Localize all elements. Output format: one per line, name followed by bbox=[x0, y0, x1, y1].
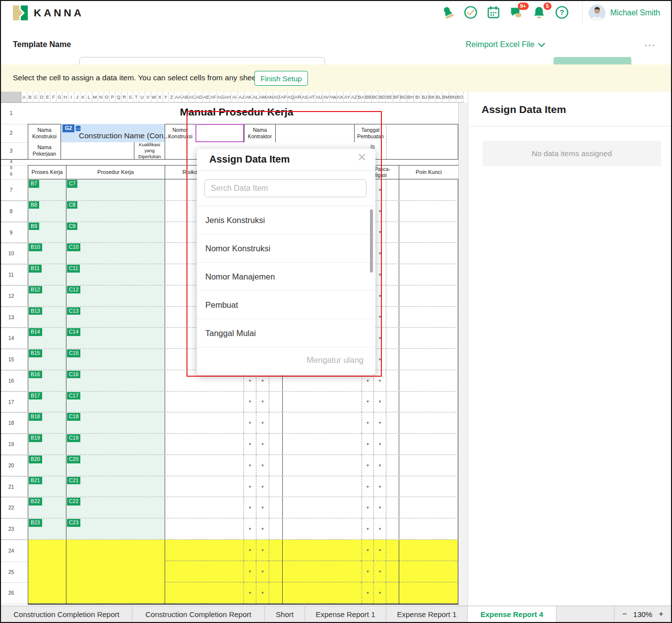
sheet-cell[interactable] bbox=[165, 412, 244, 433]
sheet-cell[interactable]: B23 bbox=[28, 518, 66, 539]
sheet-cell[interactable] bbox=[165, 540, 244, 561]
scrollbar-thumb[interactable] bbox=[370, 209, 373, 273]
column-header-BC[interactable]: BC bbox=[372, 92, 379, 103]
sheet-cell[interactable] bbox=[282, 582, 362, 604]
dropdown-arrow-icon[interactable]: ▼ bbox=[256, 442, 269, 446]
sheet-cell[interactable]: ▼ bbox=[244, 476, 256, 497]
sheet-cell[interactable]: C16 bbox=[66, 370, 165, 391]
sheet-cell[interactable]: B7 bbox=[28, 179, 66, 200]
column-header-A[interactable]: A bbox=[21, 92, 27, 103]
dropdown-arrow-icon[interactable]: ▼ bbox=[362, 442, 373, 446]
sheet-cell[interactable]: ▼ bbox=[373, 497, 386, 518]
column-header-B[interactable]: B bbox=[27, 92, 33, 103]
column-header-M[interactable]: M bbox=[92, 92, 98, 103]
column-header-BI[interactable]: BI bbox=[414, 92, 421, 103]
dropdown-arrow-icon[interactable]: ▼ bbox=[374, 506, 386, 510]
dropdown-arrow-icon[interactable]: ▼ bbox=[244, 527, 256, 531]
sheet-cell[interactable] bbox=[399, 455, 458, 476]
sheet-cell[interactable] bbox=[386, 142, 458, 159]
dropdown-arrow-icon[interactable]: ▼ bbox=[374, 378, 386, 383]
dropdown-arrow-icon[interactable]: ▼ bbox=[374, 187, 386, 192]
sheet-cell[interactable] bbox=[386, 124, 458, 142]
sheet-cell[interactable] bbox=[269, 497, 282, 518]
sheet-cell[interactable] bbox=[282, 476, 362, 497]
sheet-cell[interactable]: ▼ bbox=[373, 561, 386, 582]
column-header-AE[interactable]: AE bbox=[203, 92, 210, 103]
dropdown-arrow-icon[interactable]: ▼ bbox=[244, 442, 256, 446]
sheet-cell[interactable]: B11 bbox=[28, 264, 66, 285]
column-header-AP[interactable]: AP bbox=[280, 92, 287, 103]
sheet-cell[interactable] bbox=[386, 243, 399, 264]
user-menu[interactable]: Michael Smith bbox=[589, 4, 660, 21]
dropdown-arrow-icon[interactable]: ▼ bbox=[362, 591, 373, 595]
dropdown-arrow-icon[interactable]: ▼ bbox=[374, 399, 386, 404]
dropdown-arrow-icon[interactable]: ▼ bbox=[374, 421, 386, 425]
sheet-cell[interactable]: C17 bbox=[66, 392, 165, 412]
sheet-cell[interactable] bbox=[399, 412, 458, 433]
sheet-cell[interactable]: ▼ bbox=[362, 540, 373, 561]
dropdown-arrow-icon[interactable]: ▼ bbox=[256, 399, 269, 404]
sheet-cell[interactable] bbox=[282, 434, 362, 454]
dropdown-arrow-icon[interactable]: ▼ bbox=[374, 293, 386, 298]
sheet-cell[interactable]: B19 bbox=[28, 434, 66, 454]
column-header-N[interactable]: N bbox=[98, 92, 104, 103]
dropdown-arrow-icon[interactable]: ▼ bbox=[244, 463, 256, 467]
sheet-cell[interactable] bbox=[386, 328, 399, 348]
column-header-C[interactable]: C bbox=[33, 92, 39, 103]
row-header-6[interactable]: 6 bbox=[1, 170, 21, 178]
sheet-cell[interactable]: ▼ bbox=[373, 540, 386, 561]
sheet-cell[interactable] bbox=[61, 142, 134, 159]
sheet-cell[interactable] bbox=[399, 518, 458, 539]
sheet-cell[interactable] bbox=[386, 518, 399, 539]
sheet-cell[interactable]: B17 bbox=[28, 392, 66, 412]
column-header-U[interactable]: U bbox=[139, 92, 145, 103]
help-icon[interactable]: ? bbox=[554, 5, 569, 20]
column-header-AL[interactable]: AL bbox=[252, 92, 259, 103]
column-header-S[interactable]: S bbox=[127, 92, 133, 103]
dropdown-arrow-icon[interactable]: ▼ bbox=[374, 230, 386, 234]
sheet-cell[interactable]: ▼ bbox=[256, 518, 269, 539]
check-circle-icon[interactable] bbox=[463, 5, 478, 20]
sheet-cell[interactable]: Nama Pekerjaan bbox=[28, 142, 61, 159]
sheet-cell[interactable]: ▼ bbox=[256, 561, 269, 582]
dropdown-arrow-icon[interactable]: ▼ bbox=[362, 569, 373, 574]
sheet-cell[interactable] bbox=[269, 412, 282, 433]
dropdown-arrow-icon[interactable]: ▼ bbox=[374, 463, 386, 467]
sheet-tab-5[interactable]: Expense Report 1 bbox=[386, 606, 468, 622]
sheet-cell[interactable] bbox=[282, 518, 362, 539]
column-header-AT[interactable]: AT bbox=[308, 92, 315, 103]
sheet-cell[interactable]: C8 bbox=[66, 201, 165, 222]
sheet-cell[interactable]: ▼ bbox=[244, 561, 256, 582]
dropdown-arrow-icon[interactable]: ▼ bbox=[256, 591, 269, 595]
sheet-cell[interactable] bbox=[386, 392, 399, 412]
sheet-cell[interactable] bbox=[399, 434, 458, 454]
sheet-cell[interactable] bbox=[399, 476, 458, 497]
sheet-cell[interactable] bbox=[386, 370, 399, 391]
column-header-AR[interactable]: AR bbox=[295, 92, 302, 103]
sheet-cell[interactable]: B8 bbox=[28, 201, 66, 222]
sheet-cell[interactable]: B12 bbox=[28, 285, 66, 306]
column-header-BG[interactable]: BG bbox=[400, 92, 407, 103]
sheet-cell[interactable]: ▼ bbox=[373, 582, 386, 604]
column-header-AV[interactable]: AV bbox=[323, 92, 330, 103]
sheet-cell[interactable]: B15 bbox=[28, 349, 66, 370]
column-header-BA[interactable]: BA bbox=[358, 92, 365, 103]
sheet-cell[interactable]: ▼ bbox=[256, 392, 269, 412]
sheet-cell[interactable] bbox=[269, 518, 282, 539]
column-header-AI[interactable]: AI bbox=[231, 92, 238, 103]
sheet-cell[interactable]: B20 bbox=[28, 455, 66, 476]
sheet-cell[interactable] bbox=[386, 497, 399, 518]
sheet-cell[interactable] bbox=[282, 412, 362, 433]
dropdown-arrow-icon[interactable]: ▼ bbox=[362, 506, 373, 510]
sheet-cell[interactable] bbox=[399, 243, 458, 264]
sheet-cell[interactable] bbox=[399, 392, 458, 412]
sheet-cell[interactable] bbox=[386, 582, 399, 604]
dropdown-arrow-icon[interactable]: ▼ bbox=[244, 591, 256, 595]
column-header-AK[interactable]: AK bbox=[245, 92, 252, 103]
dropdown-arrow-icon[interactable]: ▼ bbox=[374, 209, 386, 213]
finish-setup-button[interactable]: Finish Setup bbox=[254, 71, 308, 86]
sheet-cell[interactable]: Kualifikasi yang Diperlukan bbox=[134, 142, 165, 159]
sheet-cell[interactable]: Nomor Konstruksi bbox=[165, 124, 195, 142]
sheet-cell[interactable]: ▼ bbox=[244, 412, 256, 433]
sheet-tab-1[interactable]: Construction Completion Report bbox=[1, 606, 132, 622]
